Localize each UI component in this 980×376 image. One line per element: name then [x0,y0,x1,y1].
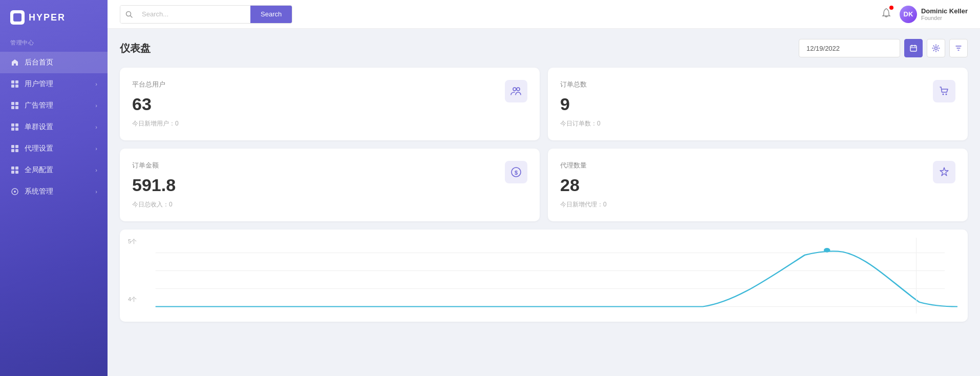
chart-svg [130,244,957,316]
chart-y-label-5: 5个 [128,238,137,245]
chart-y-label-4: 4个 [128,296,137,303]
sidebar-item-system[interactable]: 系统管理 › [0,181,108,202]
sidebar-item-label-agents: 代理设置 [25,144,53,153]
stat-value-agent-count: 28 [560,175,955,195]
page-title: 仪表盘 [120,41,151,55]
notification-badge [889,6,893,10]
sidebar-item-label-users: 用户管理 [25,79,53,89]
user-role: Founder [921,15,968,21]
sidebar-item-label-system: 系统管理 [25,187,53,196]
chart-divider [916,238,917,314]
logo-text: HYPER [29,12,66,23]
stat-card-total-orders: 订单总数 9 今日订单数：0 [548,68,968,140]
search-wrapper: Search [120,5,292,24]
stat-icon-total-users [505,80,527,102]
stat-label-agent-count: 代理数量 [560,161,955,170]
sidebar-item-label-ads: 广告管理 [25,101,53,110]
svg-rect-11 [15,128,18,131]
chart-card: 5个 4个 [120,229,968,322]
calendar-button[interactable] [904,39,923,57]
stat-label-total-users: 平台总用户 [132,80,527,89]
stat-icon-total-orders [933,80,955,102]
svg-rect-18 [11,171,14,174]
stat-sub-total-orders: 今日订单数：0 [560,119,955,128]
groups-icon [10,122,19,132]
chevron-right-icon: › [95,81,97,87]
user-details: Dominic Keller Founder [921,7,968,21]
chevron-right-icon-4: › [95,145,97,152]
global-icon [10,165,19,175]
logo-icon [10,10,25,25]
sidebar-section-label: 管理中心 [0,35,108,52]
sidebar-item-global[interactable]: 全局配置 › [0,159,108,181]
stat-card-agent-count: 代理数量 28 今日新增代理：0 [548,149,968,221]
svg-point-32 [513,88,516,91]
svg-rect-5 [15,102,18,105]
sidebar-item-label-global: 全局配置 [25,165,53,175]
svg-rect-2 [11,85,14,88]
user-name: Dominic Keller [921,7,968,15]
search-icon [120,6,138,23]
svg-rect-9 [15,123,18,127]
page-content: 仪表盘 [108,29,980,376]
chevron-right-icon-6: › [95,189,97,195]
svg-point-21 [14,191,16,193]
stat-value-total-users: 63 [132,94,527,114]
svg-point-33 [517,88,520,91]
stat-card-order-amount: 订单金额 591.8 今日总收入：0 $ [120,149,540,221]
avatar: DK [900,6,917,23]
sidebar-item-label-groups: 单群设置 [25,122,53,132]
notification-button[interactable] [881,8,891,20]
header: Search DK Dominic Keller Founder [108,0,980,29]
stats-grid: 平台总用户 63 今日新增用户：0 订单总数 9 今日订单数：0 [120,68,968,221]
stat-sub-agent-count: 今日新增代理：0 [560,200,955,209]
ads-icon [10,101,19,110]
svg-rect-0 [11,80,14,83]
svg-rect-14 [11,149,14,152]
svg-rect-15 [15,149,18,152]
chevron-right-icon-3: › [95,124,97,130]
home-icon [10,58,19,67]
svg-point-35 [946,94,947,95]
settings-button[interactable] [927,39,945,57]
sidebar-item-label-dashboard: 后台首页 [25,58,53,67]
sidebar-item-agents[interactable]: 代理设置 › [0,138,108,159]
system-icon [10,187,19,196]
svg-rect-16 [11,166,14,170]
sidebar-item-dashboard[interactable]: 后台首页 [0,52,108,73]
filter-button[interactable] [949,39,968,57]
stat-sub-order-amount: 今日总收入：0 [132,200,527,209]
sidebar-logo: HYPER [0,0,108,35]
agents-icon [10,144,19,153]
date-input[interactable] [799,39,900,57]
user-info[interactable]: DK Dominic Keller Founder [900,6,968,23]
svg-point-34 [943,94,944,95]
svg-rect-13 [15,145,18,148]
header-right: DK Dominic Keller Founder [881,6,968,23]
svg-line-23 [131,15,133,17]
stat-label-order-amount: 订单金额 [132,161,527,170]
stat-sub-total-users: 今日新增用户：0 [132,119,527,128]
page-header-right [799,39,968,57]
stat-value-total-orders: 9 [560,94,955,114]
svg-rect-8 [11,123,14,127]
svg-text:$: $ [515,170,518,176]
sidebar-item-users[interactable]: 用户管理 › [0,73,108,95]
stat-label-total-orders: 订单总数 [560,80,955,89]
svg-rect-12 [11,145,14,148]
chevron-right-icon-5: › [95,167,97,173]
sidebar-item-ads[interactable]: 广告管理 › [0,95,108,116]
stat-icon-order-amount: $ [505,161,527,183]
svg-rect-1 [15,80,18,83]
svg-rect-19 [15,171,18,174]
chevron-right-icon-2: › [95,102,97,109]
search-button[interactable]: Search [250,6,292,23]
svg-point-28 [935,47,938,50]
svg-rect-6 [11,106,14,109]
main-content: Search DK Dominic Keller Founder 仪表盘 [108,0,980,376]
users-icon [10,79,19,89]
svg-rect-4 [11,102,14,105]
sidebar-item-groups[interactable]: 单群设置 › [0,116,108,138]
search-input[interactable] [138,6,250,23]
stat-icon-agent-count [933,161,955,183]
